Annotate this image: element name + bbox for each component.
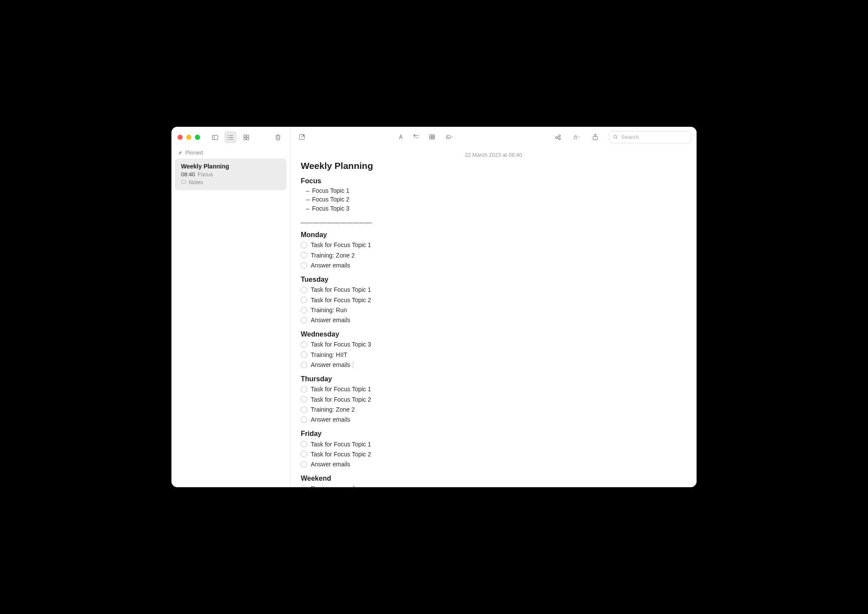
main-pane: Search 22 March 2023 at 08:40 Weekly Pla… [290,127,697,487]
minimize-window-button[interactable] [186,135,191,140]
pinned-section-header: Pinned [171,149,290,158]
checklist: Task for Focus Topic 1Task for Focus Top… [301,285,686,325]
checklist-item-text: Task for Focus Topic 1 [311,285,371,294]
svg-point-25 [558,135,560,137]
svg-point-24 [555,137,557,139]
checkbox[interactable] [301,297,307,303]
checklist-item-text: Answer emails [311,415,350,424]
checklist-item: Training: HIIT [301,350,686,360]
app-window: Pinned Weekly Planning 08:40Focus Notes [171,127,697,487]
note-card-folder-name: Notes [189,179,203,185]
folder-icon [181,179,187,186]
checkbox[interactable] [301,351,307,358]
fullscreen-window-button[interactable] [195,135,200,140]
note-list-item[interactable]: Weekly Planning 08:40Focus Notes [175,158,286,190]
media-button[interactable] [441,131,457,143]
note-content[interactable]: 22 March 2023 at 08:40 Weekly Planning F… [290,148,697,487]
checklist: Task for Focus Topic 1Task for Focus Top… [301,384,686,425]
format-text-button[interactable] [395,131,407,143]
svg-rect-8 [243,135,246,137]
toggle-sidebar-button[interactable] [209,131,221,143]
checklist-item-text: Task for Focus Topic 2 [311,296,371,304]
search-icon [613,134,618,140]
titlebar-left [171,127,290,148]
day-heading: Monday [301,231,686,239]
checklist-item: Task for Focus Topic 2 [301,394,686,404]
checklist-item: Task for Focus Topic 2 [301,449,686,459]
checklist-item-text: Task for Focus Topic 1 [311,241,371,249]
checklist-item: Review my week [301,484,686,487]
checklist-item-text: Training: Zone 2 [311,405,355,414]
svg-rect-22 [446,135,450,139]
checkbox[interactable] [301,362,307,368]
checkbox[interactable] [301,262,307,269]
svg-rect-11 [247,138,249,140]
text-cursor [353,362,354,368]
delete-note-button[interactable] [272,131,284,143]
checklist-item-text: Task for Focus Topic 2 [311,395,371,404]
note-card-folder: Notes [181,179,280,186]
svg-line-32 [616,138,618,139]
checklist-item: Answer emails [301,360,686,370]
search-input[interactable]: Search [609,131,691,143]
close-window-button[interactable] [178,135,183,140]
checklist-item-text: Training: HIIT [311,350,347,359]
checkbox[interactable] [301,307,307,314]
svg-rect-29 [574,137,577,139]
checkbox[interactable] [301,406,307,413]
note-title: Weekly Planning [301,161,686,171]
checklist-item: Training: Zone 2 [301,250,686,260]
gallery-view-button[interactable] [240,131,252,143]
note-timestamp: 22 March 2023 at 08:40 [301,152,686,158]
checklist: Task for Focus Topic 3Training: HIITAnsw… [301,340,686,370]
checkbox[interactable] [301,485,307,487]
checklist-item-text: Task for Focus Topic 3 [311,340,371,349]
checklist-item: Training: Run [301,305,686,315]
checklist-item-text: Task for Focus Topic 2 [311,450,371,459]
checkbox[interactable] [301,441,307,447]
note-card-preview: Focus [198,171,213,178]
svg-point-26 [558,138,560,140]
lock-button[interactable] [569,131,584,143]
link-button[interactable] [552,131,564,143]
search-placeholder: Search [621,134,639,140]
day-heading: Friday [301,430,686,438]
table-button[interactable] [426,131,438,143]
checklist-item: Task for Focus Topic 2 [301,295,686,305]
checklist-item: Answer emails [301,260,686,270]
svg-line-27 [557,136,559,137]
checkbox[interactable] [301,396,307,403]
checkbox[interactable] [301,287,307,293]
window-controls [178,135,200,140]
day-heading: Thursday [301,375,686,383]
checkbox[interactable] [301,252,307,258]
checkbox[interactable] [301,317,307,324]
svg-rect-0 [212,135,218,139]
checkbox[interactable] [301,341,307,348]
svg-point-6 [228,137,228,138]
checklist-item-text: Review my week [311,484,356,487]
checklist-item: Training: Zone 2 [301,404,686,414]
divider: ——————————— [301,219,686,226]
share-button[interactable] [589,131,601,143]
checklist-item: Task for Focus Topic 1 [301,285,686,295]
checklist-item: Answer emails [301,415,686,425]
pin-icon [178,150,183,155]
svg-point-7 [228,139,228,139]
checkbox[interactable] [301,461,307,468]
svg-rect-17 [429,135,434,139]
checklist-item-text: Answer emails [311,360,350,369]
checklist-item-text: Answer emails [311,316,350,324]
checklist-button[interactable] [410,131,422,143]
checklist-item-text: Task for Focus Topic 1 [311,385,371,393]
checkbox[interactable] [301,416,307,423]
list-view-button[interactable] [224,131,237,143]
checklist: Review my weekTraining: RunAnswer emails [301,484,686,487]
checklist-item: Task for Focus Topic 1 [301,384,686,394]
checklist-item-text: Answer emails [311,261,350,270]
focus-heading: Focus [301,177,686,185]
new-note-button[interactable] [296,131,308,143]
checkbox[interactable] [301,242,307,248]
checkbox[interactable] [301,386,307,393]
checkbox[interactable] [301,451,307,457]
